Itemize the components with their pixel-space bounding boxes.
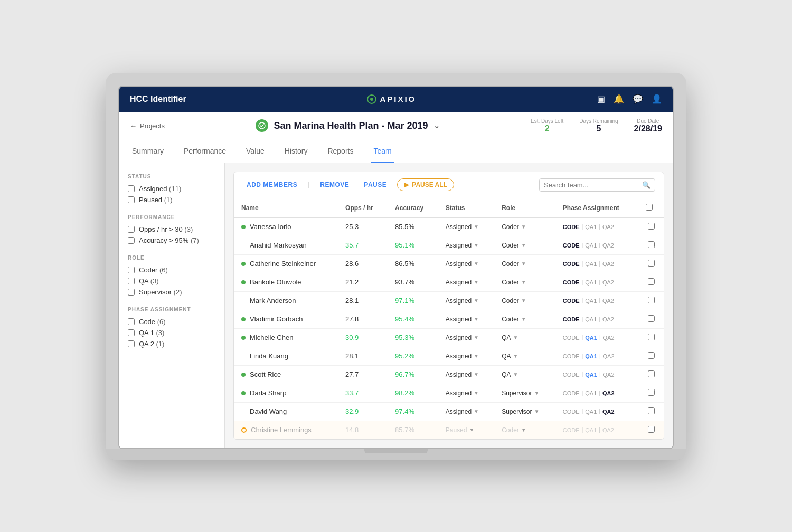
status-dropdown-arrow[interactable]: ▼ <box>474 390 479 396</box>
phase-qa1[interactable]: QA1 <box>585 261 597 267</box>
cell-role[interactable]: Coder ▼ <box>494 254 555 273</box>
phase-qa1[interactable]: QA1 <box>585 353 597 359</box>
tab-history[interactable]: History <box>282 140 310 163</box>
cell-role[interactable]: Supervisor ▼ <box>494 402 555 421</box>
filter-item-code[interactable]: Code (6) <box>128 318 216 326</box>
cell-status[interactable]: Assigned ▼ <box>438 236 494 254</box>
filter-item-qa1[interactable]: QA 1 (3) <box>128 329 216 337</box>
filter-checkbox-qa1[interactable] <box>128 329 135 336</box>
cell-checkbox[interactable] <box>638 402 664 421</box>
phase-qa1[interactable]: QA1 <box>585 408 597 415</box>
filter-checkbox-code[interactable] <box>128 318 135 325</box>
phase-code[interactable]: CODE <box>563 372 580 378</box>
filter-checkbox-assigned[interactable] <box>128 185 135 192</box>
row-select-checkbox[interactable] <box>648 241 655 248</box>
phase-code[interactable]: CODE <box>563 427 580 433</box>
cell-status[interactable]: Assigned ▼ <box>438 291 494 310</box>
row-select-checkbox[interactable] <box>648 334 655 340</box>
cell-role[interactable]: QA ▼ <box>494 365 555 384</box>
cell-role[interactable]: Supervisor ▼ <box>494 384 555 402</box>
phase-qa2[interactable]: QA2 <box>602 408 615 415</box>
phase-qa1[interactable]: QA1 <box>585 279 597 286</box>
phase-code[interactable]: CODE <box>563 298 580 304</box>
status-dropdown-arrow[interactable]: ▼ <box>474 335 479 340</box>
status-dropdown-arrow[interactable]: ▼ <box>474 408 479 414</box>
chat-icon[interactable]: 💬 <box>633 94 643 104</box>
tab-team[interactable]: Team <box>371 140 393 163</box>
bell-icon[interactable]: 🔔 <box>614 94 624 104</box>
role-dropdown-arrow[interactable]: ▼ <box>521 316 526 322</box>
cell-status[interactable]: Assigned ▼ <box>438 402 494 421</box>
cell-role[interactable]: QA ▼ <box>494 347 555 365</box>
cell-status[interactable]: Assigned ▼ <box>438 254 494 273</box>
phase-code[interactable]: CODE <box>563 261 580 267</box>
filter-checkbox-accuracy[interactable] <box>128 237 135 244</box>
row-select-checkbox[interactable] <box>648 260 655 267</box>
phase-qa1[interactable]: QA1 <box>585 335 597 341</box>
pause-button[interactable]: PAUSE <box>360 179 391 191</box>
row-select-checkbox[interactable] <box>648 426 655 433</box>
cell-role[interactable]: Coder ▼ <box>494 273 555 291</box>
filter-checkbox-qa[interactable] <box>128 278 135 284</box>
status-dropdown-arrow[interactable]: ▼ <box>474 372 479 377</box>
row-select-checkbox[interactable] <box>648 352 655 359</box>
cell-role[interactable]: Coder ▼ <box>494 236 555 254</box>
phase-qa1[interactable]: QA1 <box>585 242 597 249</box>
pause-all-button[interactable]: ▶ PAUSE ALL <box>397 178 454 191</box>
status-dropdown-arrow[interactable]: ▼ <box>469 427 474 433</box>
phase-code[interactable]: CODE <box>563 316 580 322</box>
cell-role[interactable]: Coder ▼ <box>494 310 555 328</box>
cell-role[interactable]: Coder ▼ <box>494 291 555 310</box>
cell-checkbox[interactable] <box>638 254 664 273</box>
cell-checkbox[interactable] <box>638 365 664 384</box>
cell-checkbox[interactable] <box>638 328 664 347</box>
phase-qa2[interactable]: QA2 <box>602 316 614 322</box>
phase-qa2[interactable]: QA2 <box>602 261 614 267</box>
status-dropdown-arrow[interactable]: ▼ <box>474 316 479 322</box>
filter-item-paused[interactable]: Paused (1) <box>128 196 216 204</box>
status-dropdown-arrow[interactable]: ▼ <box>474 261 479 267</box>
cell-checkbox[interactable] <box>638 384 664 402</box>
tab-performance[interactable]: Performance <box>182 140 228 163</box>
phase-code[interactable]: CODE <box>563 408 580 415</box>
role-dropdown-arrow[interactable]: ▼ <box>521 242 526 248</box>
search-input[interactable] <box>544 181 639 189</box>
cell-checkbox[interactable] <box>638 347 664 365</box>
role-dropdown-arrow[interactable]: ▼ <box>521 224 526 230</box>
role-dropdown-arrow[interactable]: ▼ <box>521 427 526 433</box>
cell-role[interactable]: Coder ▼ <box>494 217 555 236</box>
status-dropdown-arrow[interactable]: ▼ <box>474 279 479 285</box>
filter-checkbox-coder[interactable] <box>128 267 135 273</box>
phase-qa1[interactable]: QA1 <box>585 372 597 378</box>
search-box[interactable]: 🔍 <box>539 178 655 192</box>
row-select-checkbox[interactable] <box>648 370 655 377</box>
role-dropdown-arrow[interactable]: ▼ <box>513 335 518 340</box>
filter-item-qa2[interactable]: QA 2 (1) <box>128 340 216 348</box>
role-dropdown-arrow[interactable]: ▼ <box>534 408 540 414</box>
row-select-checkbox[interactable] <box>648 278 655 285</box>
row-select-checkbox[interactable] <box>648 389 655 396</box>
phase-qa2[interactable]: QA2 <box>602 279 614 286</box>
phase-code[interactable]: CODE <box>563 390 580 396</box>
remove-button[interactable]: REMOVE <box>316 179 353 191</box>
role-dropdown-arrow[interactable]: ▼ <box>513 372 518 377</box>
tab-summary[interactable]: Summary <box>130 140 166 163</box>
filter-item-supervisor[interactable]: Supervisor (2) <box>128 288 216 296</box>
cell-status[interactable]: Assigned ▼ <box>438 273 494 291</box>
project-chevron[interactable]: ⌄ <box>433 121 440 130</box>
cell-status[interactable]: Assigned ▼ <box>438 310 494 328</box>
filter-checkbox-paused[interactable] <box>128 196 135 203</box>
cell-role[interactable]: Coder ▼ <box>494 421 555 439</box>
phase-qa1[interactable]: QA1 <box>585 316 597 322</box>
tab-reports[interactable]: Reports <box>325 140 355 163</box>
filter-item-opps[interactable]: Opps / hr > 30 (3) <box>128 225 216 233</box>
cell-status[interactable]: Paused ▼ <box>438 421 494 439</box>
cell-checkbox[interactable] <box>638 236 664 254</box>
tab-value[interactable]: Value <box>244 140 267 163</box>
phase-qa1[interactable]: QA1 <box>585 427 597 433</box>
filter-item-accuracy[interactable]: Accuracy > 95% (7) <box>128 236 216 244</box>
cell-checkbox[interactable] <box>638 310 664 328</box>
status-dropdown-arrow[interactable]: ▼ <box>474 353 479 359</box>
phase-qa2[interactable]: QA2 <box>602 427 614 433</box>
phase-code[interactable]: CODE <box>563 279 580 286</box>
